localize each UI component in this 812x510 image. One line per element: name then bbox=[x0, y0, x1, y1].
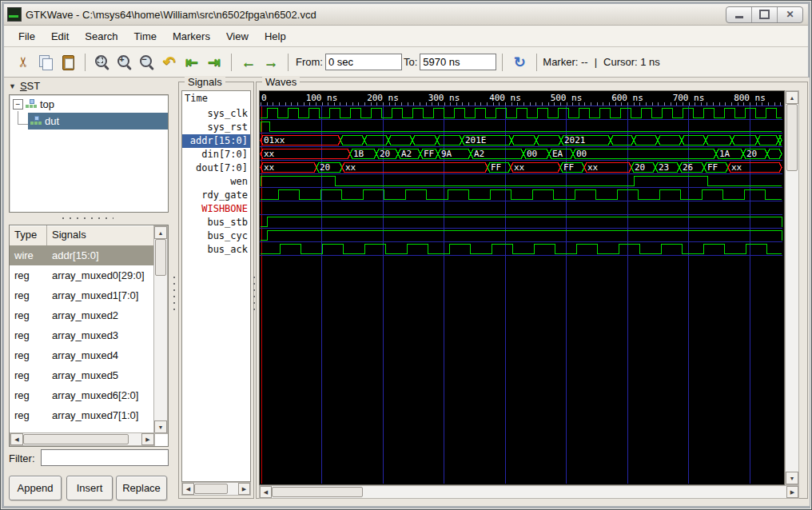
zoom-undo-button[interactable]: ↶ bbox=[158, 51, 181, 74]
table-row[interactable]: regarray_muxed3 bbox=[10, 325, 155, 345]
sst-splitter-handle[interactable] bbox=[9, 214, 167, 221]
go-to-start-button[interactable]: ⇤ bbox=[181, 51, 203, 74]
table-row[interactable]: regarray_muxed5 bbox=[10, 365, 155, 385]
scroll-up-button[interactable]: ▲ bbox=[154, 226, 167, 239]
tree-expander-icon[interactable]: − bbox=[13, 99, 23, 110]
waves-vertical-scrollbar[interactable]: ▲ ▼ bbox=[785, 90, 799, 485]
signal-name-cell: array_muxed7[1:0] bbox=[46, 409, 155, 421]
table-row[interactable]: regarray_muxed1[7:0] bbox=[10, 285, 155, 305]
scroll-left-button[interactable]: ◀ bbox=[182, 483, 194, 495]
menu-markers[interactable]: Markers bbox=[165, 28, 218, 45]
signal-item-bus_stb[interactable]: bus_stb bbox=[182, 216, 250, 229]
scroll-thumb[interactable] bbox=[272, 487, 363, 497]
table-row[interactable]: regarray_muxed7[1:0] bbox=[10, 405, 155, 425]
scroll-thumb[interactable] bbox=[786, 104, 798, 171]
maximize-icon bbox=[759, 10, 770, 19]
signal-item-addr[15:0][interactable]: addr[15:0] bbox=[182, 134, 250, 148]
menu-help[interactable]: Help bbox=[257, 28, 294, 45]
filter-label: Filter: bbox=[9, 452, 35, 464]
zoom-fit-button[interactable] bbox=[91, 51, 113, 74]
table-row[interactable]: regarray_muxed0[29:0] bbox=[10, 265, 155, 285]
menu-file[interactable]: File bbox=[10, 28, 43, 45]
scroll-left-button[interactable]: ◀ bbox=[10, 433, 23, 445]
title-bar[interactable]: GTKWave - C:\msys64\home\William\src\n65… bbox=[4, 4, 808, 26]
signal-item-din[7:0][interactable]: din[7:0] bbox=[182, 148, 250, 161]
pane-resize-handle[interactable] bbox=[171, 78, 177, 506]
append-button[interactable]: Append bbox=[9, 476, 62, 500]
signals-horizontal-scrollbar[interactable]: ◀ ▶ bbox=[181, 482, 251, 496]
scroll-thumb[interactable] bbox=[155, 239, 166, 276]
signal-item-sys_clk[interactable]: sys_clk bbox=[182, 107, 250, 121]
gtkwave-window: GTKWave - C:\msys64\home\William\src\n65… bbox=[0, 0, 812, 510]
signal-item-sys_rst[interactable]: sys_rst bbox=[182, 121, 250, 134]
scroll-thumb[interactable] bbox=[194, 484, 228, 494]
waves-frame: Waves 0100 ns200 ns300 ns400 ns500 ns600… bbox=[256, 82, 808, 499]
timeline-tick-label: 100 ns bbox=[306, 93, 338, 103]
bus-value-label: 1A bbox=[719, 149, 730, 159]
scroll-up-button[interactable]: ▲ bbox=[786, 91, 798, 104]
sst-collapse-arrow-icon: ▼ bbox=[9, 82, 16, 90]
menu-search[interactable]: Search bbox=[77, 28, 125, 45]
signal-search-table: Type Signals wireaddr[15:0]regarray_muxe… bbox=[9, 225, 169, 447]
zoom-out-icon: − bbox=[138, 54, 156, 71]
sst-expander-header[interactable]: ▼ SST bbox=[9, 80, 40, 92]
waves-horizontal-scrollbar[interactable]: ◀ ▶ bbox=[259, 485, 799, 499]
copy-button[interactable] bbox=[34, 51, 57, 74]
wave-canvas[interactable]: 0100 ns200 ns300 ns400 ns500 ns600 ns700… bbox=[259, 90, 785, 485]
scroll-left-button[interactable]: ◀ bbox=[260, 486, 272, 498]
sst-tree[interactable]: −topdut bbox=[9, 94, 169, 213]
timeline-tick-label: 700 ns bbox=[673, 93, 705, 103]
scroll-right-button[interactable]: ▶ bbox=[238, 483, 250, 495]
bus-value-label: 1B bbox=[353, 149, 364, 159]
from-time-input[interactable] bbox=[325, 54, 402, 70]
column-header-signals[interactable]: Signals bbox=[47, 225, 155, 245]
digital-trace-sys_rst bbox=[261, 122, 782, 132]
tree-node-top[interactable]: −top bbox=[10, 97, 168, 112]
go-to-end-button[interactable]: ⇥ bbox=[203, 51, 225, 74]
signal-type-cell: wire bbox=[10, 249, 46, 261]
to-time-input[interactable] bbox=[420, 54, 496, 70]
scroll-right-button[interactable]: ▶ bbox=[786, 486, 798, 498]
column-header-type[interactable]: Type bbox=[10, 225, 47, 245]
table-vertical-scrollbar[interactable]: ▲ ▼ bbox=[153, 225, 168, 434]
filter-input[interactable] bbox=[41, 449, 169, 466]
maximize-button[interactable] bbox=[751, 7, 777, 22]
main-area: ▼ SST −topdut Type Signals wireaddr[15:0… bbox=[4, 78, 810, 506]
zoom-out-button[interactable]: − bbox=[136, 51, 158, 74]
insert-button[interactable]: Insert bbox=[66, 476, 113, 500]
close-button[interactable]: ✕ bbox=[777, 7, 802, 22]
signal-item-WISHBONE[interactable]: WISHBONE bbox=[182, 202, 250, 216]
table-horizontal-scrollbar[interactable]: ◀ ▶ bbox=[10, 432, 155, 446]
scroll-down-button[interactable]: ▼ bbox=[786, 472, 798, 484]
scroll-down-button[interactable]: ▼ bbox=[154, 420, 167, 433]
scroll-thumb[interactable] bbox=[23, 434, 129, 444]
table-row[interactable]: wireaddr[15:0] bbox=[10, 245, 155, 265]
replace-button[interactable]: Replace bbox=[116, 476, 167, 500]
signal-item-wen[interactable]: wen bbox=[182, 175, 250, 189]
zoom-in-button[interactable]: + bbox=[113, 51, 136, 74]
paste-button[interactable] bbox=[57, 51, 79, 74]
zoom-fit-icon bbox=[94, 54, 111, 71]
minimize-button[interactable] bbox=[726, 7, 751, 22]
table-row[interactable]: regarray_muxed2 bbox=[10, 305, 155, 325]
cut-button[interactable]: ✂ bbox=[12, 51, 34, 74]
signal-item-bus_ack[interactable]: bus_ack bbox=[182, 243, 250, 257]
menu-edit[interactable]: Edit bbox=[43, 28, 77, 45]
signal-name-cell: array_muxed5 bbox=[46, 369, 155, 381]
waveform-area[interactable]: 01xx201E2021xx1B20A2FF9AA200EA001A20xx20… bbox=[260, 106, 782, 487]
tree-node-dut[interactable]: dut bbox=[10, 114, 168, 129]
timeline-tick-label: 500 ns bbox=[551, 93, 583, 103]
scroll-right-button[interactable]: ▶ bbox=[141, 433, 154, 445]
menu-view[interactable]: View bbox=[218, 28, 257, 45]
signal-item-bus_cyc[interactable]: bus_cyc bbox=[182, 229, 250, 243]
signal-type-cell: reg bbox=[10, 269, 46, 281]
signal-item-dout[7:0][interactable]: dout[7:0] bbox=[182, 161, 250, 175]
table-row[interactable]: regarray_muxed4 bbox=[10, 345, 155, 365]
shift-left-button[interactable]: ← bbox=[237, 51, 260, 74]
timebar[interactable]: 0100 ns200 ns300 ns400 ns500 ns600 ns700… bbox=[260, 91, 782, 106]
table-row[interactable]: regarray_muxed6[2:0] bbox=[10, 385, 155, 405]
signal-item-rdy_gate[interactable]: rdy_gate bbox=[182, 189, 250, 202]
menu-time[interactable]: Time bbox=[126, 28, 165, 45]
reload-button[interactable]: ↻ bbox=[508, 51, 531, 74]
shift-right-button[interactable]: → bbox=[260, 51, 282, 74]
